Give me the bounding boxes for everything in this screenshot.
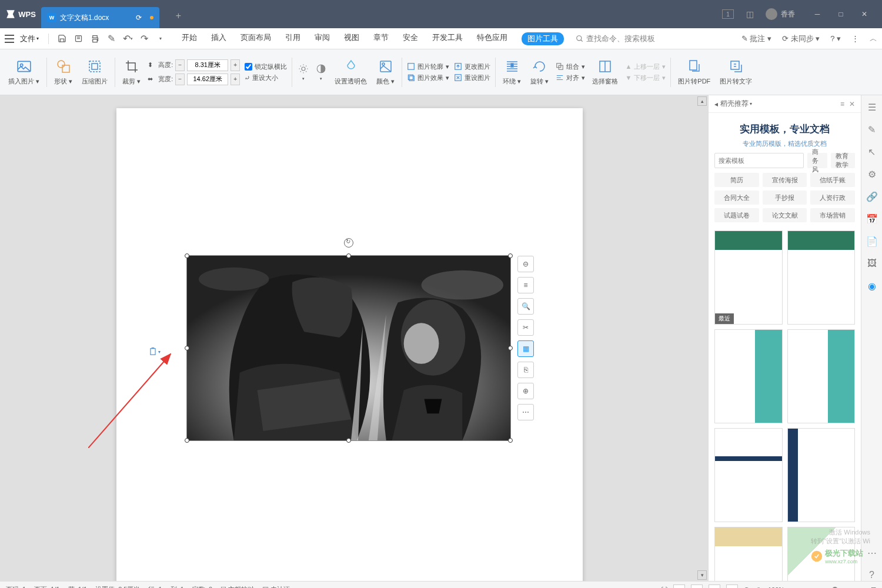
float-collapse-icon[interactable]: ⊖ — [517, 256, 534, 272]
to-pdf-button[interactable]: 图片转PDF — [676, 53, 713, 92]
file-menu[interactable]: 文件▾ — [20, 34, 39, 44]
tab-references[interactable]: 引用 — [285, 32, 300, 45]
height-plus[interactable]: + — [230, 59, 240, 71]
gear-icon[interactable]: ⚙ — [866, 168, 878, 180]
rotate-button[interactable]: 旋转 ▾ — [528, 53, 551, 92]
scroll-down-icon[interactable]: ▾ — [697, 570, 707, 580]
cursor-icon[interactable]: ↖ — [866, 146, 878, 158]
transparency-button[interactable]: 设置透明色 — [332, 53, 369, 92]
select-pane-button[interactable]: 选择窗格 — [590, 53, 620, 92]
float-more-icon[interactable]: ⋯ — [517, 404, 534, 420]
document-tab[interactable]: W 文字文稿1.docx ⟳ — [41, 7, 159, 28]
to-text-button[interactable]: 图片转文字 — [717, 53, 754, 92]
undo-icon[interactable]: ↶▾ — [121, 32, 135, 46]
link-icon[interactable]: 🔗 — [866, 191, 878, 202]
save-icon[interactable] — [55, 32, 69, 46]
template-icon[interactable]: ◉ — [866, 280, 878, 292]
panel-close-icon[interactable]: ✕ — [849, 100, 855, 108]
shape-button[interactable]: 形状 ▾ — [52, 53, 75, 92]
tag-education[interactable]: 教育教学 — [831, 153, 855, 168]
color-button[interactable]: 颜色 ▾ — [374, 53, 397, 92]
collapse-ribbon-icon[interactable]: ︿ — [870, 34, 877, 44]
help2-icon[interactable]: ? — [866, 569, 878, 581]
reset-image-button[interactable]: 重设图片 — [454, 74, 490, 82]
move-up-button[interactable]: ▲ 上移一层 ▾ — [625, 62, 666, 71]
document-canvas[interactable]: ⊖ ≡ 🔍 ✂ ▦ ⎘ ⊕ ⋯ ▾ ▴ ▾ — [0, 95, 708, 581]
command-search[interactable]: 查找命令、搜索模板 — [576, 34, 655, 44]
contrast-button[interactable]: ▾ — [315, 53, 328, 92]
align-button[interactable]: 对齐 ▾ — [556, 74, 585, 82]
dropdown-icon[interactable]: ▾ — [153, 32, 168, 46]
selected-image[interactable]: ⊖ ≡ 🔍 ✂ ▦ ⎘ ⊕ ⋯ — [186, 255, 511, 441]
template-item[interactable] — [787, 329, 856, 423]
zoom-in-icon[interactable]: + — [861, 586, 865, 589]
resize-handle-ml[interactable] — [185, 346, 189, 350]
view-page-icon[interactable]: ▭ — [673, 584, 685, 589]
print-preview-icon[interactable] — [71, 32, 85, 46]
scroll-up-icon[interactable]: ▴ — [697, 96, 707, 106]
move-down-button[interactable]: ▼ 下移一层 ▾ — [625, 74, 666, 82]
annotate-button[interactable]: ✎ 批注 ▾ — [741, 34, 771, 44]
status-proofing[interactable]: ☑ 文档校对 — [220, 585, 254, 588]
view-read-icon[interactable]: ▯ — [726, 584, 738, 589]
zoom-value[interactable]: 100% — [768, 586, 784, 589]
cat-hr[interactable]: 人资行政 — [810, 191, 855, 205]
brightness-button[interactable]: ▾ — [297, 53, 310, 92]
user-account[interactable]: 香香 — [766, 8, 795, 20]
tab-image-tools[interactable]: 图片工具 — [522, 32, 564, 45]
tab-insert[interactable]: 插入 — [211, 32, 226, 45]
rotate-handle[interactable] — [344, 238, 353, 248]
float-layout-icon[interactable]: ≡ — [517, 277, 534, 293]
float-paste-icon[interactable]: ⊕ — [517, 383, 534, 399]
panel-menu-icon[interactable]: ≡ — [840, 100, 844, 108]
lock-ratio-check[interactable]: 锁定纵横比 — [245, 62, 287, 71]
close-button[interactable]: ✕ — [853, 5, 876, 24]
format-painter-icon[interactable]: ✎ — [104, 32, 118, 46]
title-badge[interactable]: 1 — [722, 9, 734, 19]
resize-handle-mr[interactable] — [508, 346, 513, 350]
template-item[interactable] — [714, 428, 783, 522]
fullscreen-icon[interactable]: ⛶ — [661, 586, 667, 589]
cat-letter[interactable]: 信纸手账 — [810, 173, 855, 187]
pen-icon[interactable]: ✎ — [866, 123, 878, 135]
tab-security[interactable]: 安全 — [403, 32, 418, 45]
cat-contract[interactable]: 合同大全 — [714, 191, 759, 205]
gallery-icon[interactable]: 🖼 — [866, 258, 878, 269]
page-icon[interactable]: 📄 — [866, 235, 878, 247]
status-wordcount[interactable]: 字数: 0 — [192, 585, 212, 588]
print-icon[interactable] — [88, 32, 102, 46]
compress-button[interactable]: 压缩图片 — [79, 53, 110, 92]
tab-page-layout[interactable]: 页面布局 — [240, 32, 271, 45]
resize-handle-bl[interactable] — [185, 438, 189, 443]
template-item[interactable] — [714, 527, 783, 581]
calendar-icon[interactable]: 📅 — [866, 213, 878, 225]
minimize-button[interactable]: ─ — [806, 5, 829, 24]
template-search[interactable] — [714, 153, 804, 168]
height-input[interactable] — [187, 59, 228, 71]
template-item[interactable] — [787, 428, 856, 522]
reset-size-button[interactable]: ⤾ 重设大小 — [245, 74, 287, 82]
width-plus[interactable]: + — [230, 74, 240, 85]
paste-options-icon[interactable]: ▾ — [149, 347, 161, 356]
template-item[interactable] — [714, 329, 783, 423]
maximize-button[interactable]: □ — [829, 5, 853, 24]
cat-thesis[interactable]: 论文文献 — [763, 208, 807, 222]
cat-poster[interactable]: 宣传海报 — [763, 173, 807, 187]
combine-button[interactable]: 组合 ▾ — [556, 62, 585, 71]
float-fit-icon[interactable]: ▦ — [517, 340, 534, 357]
more-icon[interactable]: ⋮ — [851, 34, 859, 43]
hamburger-icon[interactable] — [5, 35, 14, 43]
resize-handle-br[interactable] — [508, 438, 513, 443]
wrap-button[interactable]: 环绕 ▾ — [500, 53, 523, 92]
eye-care-icon[interactable]: 👁 — [756, 586, 762, 589]
template-item[interactable] — [787, 230, 856, 325]
tab-start[interactable]: 开始 — [182, 32, 197, 45]
apps-icon[interactable]: ◫ — [744, 9, 755, 19]
float-zoom-icon[interactable]: 🔍 — [517, 298, 534, 315]
float-copy-icon[interactable]: ⎘ — [517, 362, 534, 378]
width-input[interactable] — [187, 74, 228, 85]
cat-exam[interactable]: 试题试卷 — [714, 208, 759, 222]
float-crop-icon[interactable]: ✂ — [517, 319, 534, 336]
help-icon[interactable]: ? ▾ — [830, 34, 841, 43]
tab-special[interactable]: 特色应用 — [477, 32, 507, 45]
